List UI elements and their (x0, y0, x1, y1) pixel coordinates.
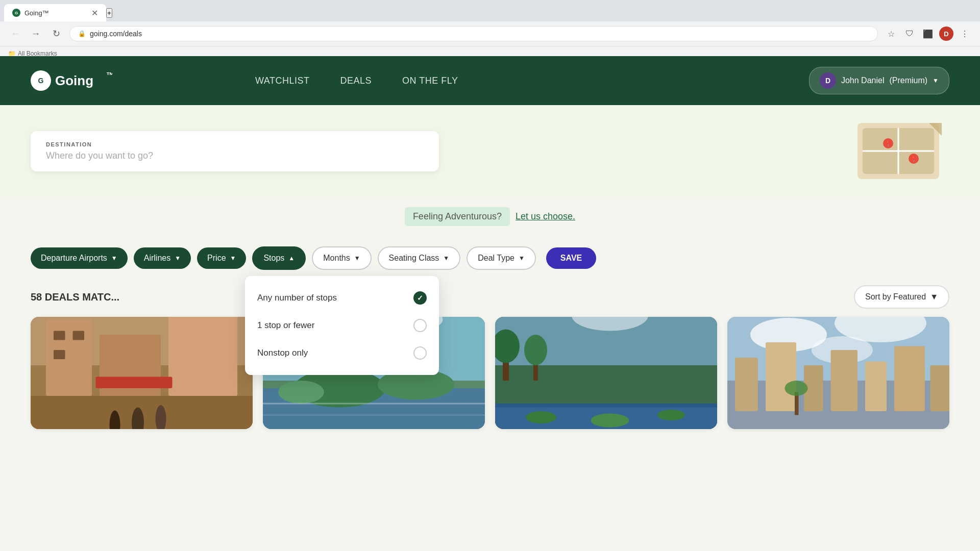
svg-rect-60 (894, 346, 925, 412)
browser-tab[interactable]: G Going™ ✕ (4, 4, 106, 21)
results-count-ellipsis: ... (111, 291, 119, 303)
forward-button[interactable]: → (29, 27, 43, 41)
airlines-filter[interactable]: Airlines ▼ (134, 247, 191, 269)
price-chevron-icon: ▼ (230, 255, 236, 262)
results-count: 58 DEALS MATC... (31, 291, 119, 303)
nonstop-label: Nonstop only (257, 348, 308, 358)
browser-tab-bar: G Going™ ✕ + (0, 0, 980, 21)
departure-airports-chevron-icon: ▼ (111, 255, 117, 262)
svg-text:G: G (38, 77, 44, 85)
card-img-svg-1 (31, 317, 253, 429)
svg-text:📍: 📍 (911, 156, 917, 163)
departure-airports-label: Departure Airports (41, 254, 107, 263)
stops-chevron-icon: ▲ (288, 255, 295, 262)
seating-class-chevron-icon: ▼ (443, 255, 449, 262)
svg-rect-16 (46, 319, 92, 396)
svg-point-31 (278, 381, 324, 404)
sort-button[interactable]: Sort by Featured ▼ (854, 285, 949, 309)
any-stops-label: Any number of stops (257, 293, 337, 303)
map-svg: 📍 📍 (852, 118, 944, 184)
filters-section: Departure Airports ▼ Airlines ▼ Price ▼ … (0, 236, 980, 280)
close-tab-button[interactable]: ✕ (91, 8, 98, 18)
stops-filter[interactable]: Stops ▲ (252, 246, 306, 270)
airlines-label: Airlines (144, 254, 170, 263)
nav-watchlist[interactable]: WATCHLIST (255, 76, 310, 86)
deal-type-label: Deal Type (478, 254, 514, 263)
svg-point-63 (785, 381, 808, 396)
seating-class-filter[interactable]: Seating Class ▼ (378, 246, 461, 270)
user-menu-button[interactable]: D John Daniel (Premium) ▼ (809, 67, 949, 94)
months-chevron-icon: ▼ (354, 255, 360, 262)
profile-avatar[interactable]: D (939, 27, 953, 41)
departure-airports-filter[interactable]: Departure Airports ▼ (31, 247, 128, 269)
main-nav: WATCHLIST DEALS ON THE FLY (255, 76, 458, 86)
dropdown-item-one-stop[interactable]: 1 stop or fewer (245, 312, 439, 339)
seating-class-label: Seating Class (389, 254, 439, 263)
any-stops-radio[interactable] (413, 291, 427, 305)
svg-rect-58 (831, 350, 858, 411)
bookmark-star-button[interactable]: ☆ (884, 27, 898, 41)
address-bar[interactable]: 🔒 going.com/deals (69, 26, 878, 41)
deal-type-chevron-icon: ▼ (519, 255, 525, 262)
svg-point-42 (591, 414, 629, 428)
stops-label: Stops (263, 254, 284, 263)
dropdown-item-any-stops[interactable]: Any number of stops (245, 284, 439, 312)
deal-card-4[interactable] (727, 317, 949, 429)
url-text: going.com/deals (90, 30, 142, 38)
browser-actions: ☆ 🛡 ⬛ D ⋮ (884, 27, 972, 41)
months-label: Months (323, 254, 350, 263)
nav-deals[interactable]: DEALS (340, 76, 372, 86)
card-image-4 (727, 317, 949, 429)
shield-button[interactable]: 🛡 (902, 27, 917, 41)
svg-rect-21 (54, 350, 65, 359)
one-stop-label: 1 stop or fewer (257, 320, 314, 331)
tab-favicon: G (12, 9, 20, 17)
svg-text:Going: Going (55, 73, 93, 88)
menu-button[interactable]: ⋮ (958, 27, 972, 41)
svg-rect-59 (865, 362, 887, 412)
browser-controls: ← → ↻ 🔒 going.com/deals ☆ 🛡 ⬛ D ⋮ (0, 21, 980, 46)
logo[interactable]: G Going ™ (31, 68, 112, 93)
card-image-1 (31, 317, 253, 429)
results-header: 58 DEALS MATC... Sort by Featured ▼ (31, 285, 949, 309)
deal-card-1[interactable] (31, 317, 253, 429)
lock-icon: 🔒 (78, 30, 86, 37)
cards-grid (31, 317, 949, 429)
price-label: Price (207, 254, 226, 263)
nav-on-the-fly[interactable]: ON THE FLY (402, 76, 458, 86)
user-name: John Daniel (841, 76, 885, 85)
price-filter[interactable]: Price ▼ (197, 247, 246, 269)
svg-rect-18 (168, 317, 237, 396)
svg-point-41 (526, 411, 556, 423)
destination-label: DESTINATION (46, 141, 424, 147)
search-box: DESTINATION Where do you want to go? (31, 131, 439, 171)
nonstop-radio[interactable] (413, 346, 427, 360)
results-count-text: 58 DEALS MATC (31, 291, 111, 303)
adventurous-text: Feeling Adventurous? (405, 207, 510, 226)
extensions-button[interactable]: ⬛ (921, 27, 935, 41)
months-filter[interactable]: Months ▼ (312, 246, 371, 270)
reload-button[interactable]: ↻ (49, 27, 63, 41)
destination-input[interactable]: Where do you want to go? (46, 151, 424, 161)
svg-text:™: ™ (106, 71, 112, 80)
sort-chevron-icon: ▼ (930, 292, 938, 302)
svg-point-47 (524, 335, 547, 365)
card-image-3 (495, 317, 717, 429)
user-avatar: D (820, 72, 836, 89)
dropdown-item-nonstop[interactable]: Nonstop only (245, 339, 439, 367)
let-us-choose-link[interactable]: Let us choose. (516, 211, 575, 221)
one-stop-radio[interactable] (413, 319, 427, 332)
new-tab-button[interactable]: + (106, 8, 112, 18)
card-img-svg-4 (727, 317, 949, 429)
adventurous-banner: Feeling Adventurous? Let us choose. (0, 197, 980, 236)
card-img-svg-3 (495, 317, 717, 429)
map-illustration: 📍 📍 (847, 120, 949, 182)
save-button[interactable]: SAVE (546, 247, 596, 269)
deal-type-filter[interactable]: Deal Type ▼ (467, 246, 536, 270)
deal-card-3[interactable] (495, 317, 717, 429)
svg-rect-55 (735, 358, 758, 411)
svg-rect-19 (54, 331, 65, 340)
search-section: DESTINATION Where do you want to go? 📍 📍 (0, 105, 980, 197)
back-button[interactable]: ← (8, 27, 22, 41)
user-chevron-icon: ▼ (933, 77, 939, 84)
